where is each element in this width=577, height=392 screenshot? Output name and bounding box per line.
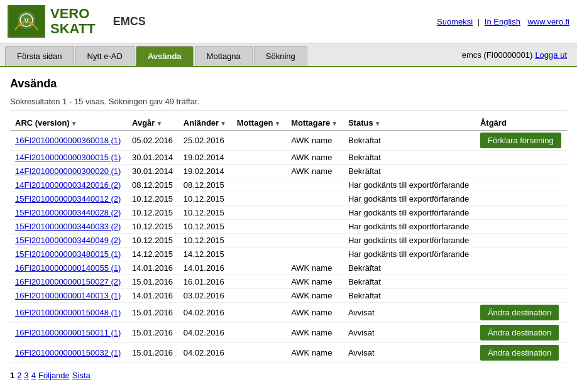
pagination: 1 2 3 4 Följande Sista	[10, 371, 567, 380]
action-button[interactable]: Förklara försening	[480, 133, 561, 148]
cell-anlander: 19.02.2014	[179, 151, 232, 165]
action-button[interactable]: Ändra destination	[480, 325, 559, 340]
cell-anlander: 08.12.2015	[179, 178, 232, 192]
cell-action	[475, 165, 567, 178]
arc-link[interactable]: 15FI20100000003480015 (1)	[15, 249, 121, 259]
arc-link[interactable]: 15FI20100000003440049 (2)	[15, 236, 121, 245]
arc-link[interactable]: 16FI20100000000150027 (2)	[15, 277, 121, 286]
table-row: 14FI20100000000300020 (1)30.01.201419.02…	[10, 165, 567, 178]
cell-mottagen	[232, 165, 286, 178]
cell-mottagare: AWK name	[286, 303, 343, 323]
cell-status: Bekräftat	[343, 261, 475, 275]
pagination-next[interactable]: Följande	[38, 371, 70, 380]
cell-action	[475, 220, 567, 234]
cell-status: Har godkänts till exportförfarande	[343, 178, 475, 192]
col-status: Status▼	[343, 116, 475, 131]
cell-action	[475, 261, 567, 275]
cell-avgar: 30.01.2014	[127, 151, 179, 165]
tab-mottagna[interactable]: Mottagna	[195, 46, 253, 66]
cell-mottagare: AWK name	[286, 131, 343, 151]
arc-link[interactable]: 15FI20100000003440033 (2)	[15, 222, 121, 231]
cell-anlander: 03.02.2016	[179, 289, 232, 303]
cell-arc: 15FI20100000003440012 (2)	[10, 192, 127, 206]
cell-action	[475, 178, 567, 192]
cell-mottagen	[232, 192, 286, 206]
tab-nytt-e-ad[interactable]: Nytt e-AD	[75, 46, 135, 66]
arc-link[interactable]: 14FI20100000000300020 (1)	[15, 166, 121, 176]
cell-avgar: 15.01.2016	[127, 275, 179, 289]
cell-mottagen	[232, 275, 286, 289]
table-header-row: ARC (version)▼ Avgår▼ Anländer▼ Mottagen…	[10, 116, 567, 131]
cell-status: Har godkänts till exportförfarande	[343, 248, 475, 261]
arc-link[interactable]: 14FI20100000003420016 (2)	[15, 180, 121, 190]
cell-avgar: 10.12.2015	[127, 206, 179, 220]
cell-anlander: 19.02.2014	[179, 165, 232, 178]
page-2-link[interactable]: 2	[17, 371, 21, 380]
cell-anlander: 16.01.2016	[179, 275, 232, 289]
cell-anlander: 14.12.2015	[179, 248, 232, 261]
cell-arc: 16FI20100000000150048 (1)	[10, 303, 127, 323]
arc-link[interactable]: 14FI20100000000300015 (1)	[15, 153, 121, 162]
cell-anlander: 25.02.2016	[179, 131, 232, 151]
in-english-link[interactable]: In English	[485, 17, 520, 26]
cell-mottagare	[286, 220, 343, 234]
cell-avgar: 15.01.2016	[127, 323, 179, 343]
cell-mottagare: AWK name	[286, 275, 343, 289]
cell-mottagare: AWK name	[286, 165, 343, 178]
cell-action	[475, 151, 567, 165]
page-3-link[interactable]: 3	[24, 371, 28, 380]
cell-avgar: 15.01.2016	[127, 303, 179, 323]
logout-link[interactable]: Logga ut	[535, 50, 567, 60]
cell-arc: 16FI20100000000140055 (1)	[10, 261, 127, 275]
pagination-last[interactable]: Sista	[72, 371, 91, 380]
logo-text: VERO SKATT	[50, 6, 96, 36]
logo-area: V VERO SKATT EMCS	[8, 5, 146, 38]
header-links: Suomeksi | In English www.vero.fi	[437, 17, 569, 26]
www-vero-link[interactable]: www.vero.fi	[528, 17, 569, 26]
cell-action: Ändra destination	[475, 323, 567, 343]
cell-status: Avvisat	[343, 323, 475, 343]
cell-mottagen	[232, 343, 286, 363]
cell-status: Har godkänts till exportförfarande	[343, 220, 475, 234]
arc-link[interactable]: 16FI20100000000140055 (1)	[15, 263, 121, 273]
action-button[interactable]: Ändra destination	[480, 345, 559, 361]
table-row: 16FI20100000000150048 (1)15.01.201604.02…	[10, 303, 567, 323]
arc-link[interactable]: 16FI20100000000150032 (1)	[15, 348, 121, 357]
tab-forsta-sidan[interactable]: Första sidan	[5, 46, 74, 66]
results-table: ARC (version)▼ Avgår▼ Anländer▼ Mottagen…	[10, 116, 567, 363]
search-info: Sökresultaten 1 - 15 visas. Sökningen ga…	[10, 97, 567, 111]
cell-mottagen	[232, 303, 286, 323]
arc-link[interactable]: 16FI20100000000150011 (1)	[15, 328, 121, 337]
table-row: 16FI20100000000150027 (2)15.01.201616.01…	[10, 275, 567, 289]
cell-mottagen	[232, 206, 286, 220]
tab-avsanda[interactable]: Avsända	[136, 46, 194, 66]
cell-status: Avvisat	[343, 303, 475, 323]
table-row: 16FI20100000000150032 (1)15.01.201604.02…	[10, 343, 567, 363]
cell-anlander: 10.12.2015	[179, 220, 232, 234]
main-content: Avsända Sökresultaten 1 - 15 visas. Sökn…	[0, 67, 577, 388]
page-header: V VERO SKATT EMCS Suomeksi | In English …	[0, 0, 577, 43]
arc-link[interactable]: 16FI20100000000360018 (1)	[15, 136, 121, 145]
cell-avgar: 08.12.2015	[127, 178, 179, 192]
cell-arc: 14FI20100000000300020 (1)	[10, 165, 127, 178]
cell-mottagare	[286, 248, 343, 261]
action-button[interactable]: Ändra destination	[480, 305, 559, 320]
table-row: 15FI20100000003480015 (1)14.12.201514.12…	[10, 248, 567, 261]
cell-anlander: 04.02.2016	[179, 303, 232, 323]
arc-link[interactable]: 16FI20100000000150048 (1)	[15, 308, 121, 317]
cell-arc: 15FI20100000003440049 (2)	[10, 234, 127, 248]
cell-status: Bekräftat	[343, 289, 475, 303]
page-4-link[interactable]: 4	[31, 371, 36, 380]
cell-arc: 15FI20100000003440028 (2)	[10, 206, 127, 220]
cell-mottagare: AWK name	[286, 151, 343, 165]
cell-action	[475, 206, 567, 220]
suomeksi-link[interactable]: Suomeksi	[437, 17, 473, 26]
cell-action	[475, 248, 567, 261]
arc-link[interactable]: 16FI20100000000140013 (1)	[15, 291, 121, 300]
arc-link[interactable]: 15FI20100000003440012 (2)	[15, 194, 121, 204]
arc-link[interactable]: 15FI20100000003440028 (2)	[15, 208, 121, 217]
tab-sokning[interactable]: Sökning	[254, 46, 307, 66]
vero-logo-icon: V	[9, 6, 44, 36]
col-arc: ARC (version)▼	[10, 116, 127, 131]
cell-action	[475, 192, 567, 206]
